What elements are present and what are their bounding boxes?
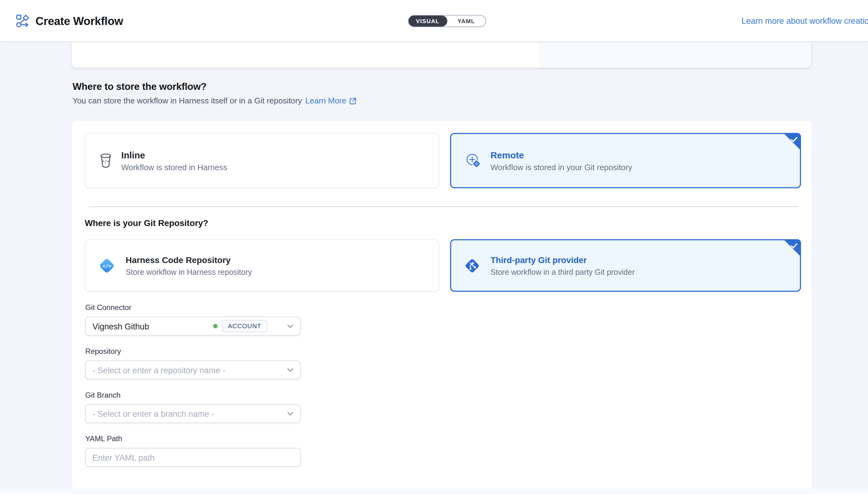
svg-text:</>: </>: [102, 159, 109, 163]
remote-card-text: Remote Workflow is stored in your Git re…: [490, 150, 632, 171]
store-section-heading: Where to store the workflow?: [73, 81, 207, 93]
remote-store-icon: [465, 152, 482, 169]
harness-code-description: Store workflow in Harness repository: [126, 267, 252, 276]
visual-yaml-toggle[interactable]: VISUAL YAML: [408, 15, 486, 27]
remote-title: Remote: [490, 150, 632, 160]
git-branch-label: Git Branch: [85, 391, 301, 399]
yaml-path-field[interactable]: [85, 448, 301, 467]
git-provider-icon: [463, 256, 482, 275]
page-title-group: Create Workflow: [16, 0, 123, 42]
git-branch-placeholder: - Select or enter a branch name -: [92, 409, 287, 418]
learn-more-workflow-link[interactable]: Learn more about workflow creation: [741, 0, 868, 42]
store-description-text: You can store the workflow in Harness it…: [73, 96, 302, 105]
create-workflow-screen: Create Workflow VISUAL YAML Learn more a…: [0, 0, 868, 494]
git-connector-input[interactable]: [92, 321, 213, 331]
store-section-description: You can store the workflow in Harness it…: [73, 96, 356, 105]
top-header-bar: Create Workflow VISUAL YAML Learn more a…: [0, 0, 868, 42]
inline-title: Inline: [121, 150, 227, 160]
repo-provider-options: </> Harness Code Repository Store workfl…: [84, 239, 801, 292]
yaml-path-label: YAML Path: [85, 435, 301, 443]
store-type-options: </> Inline Workflow is stored in Harness: [84, 133, 801, 188]
svg-text:</>: </>: [102, 263, 112, 269]
external-link-icon: [349, 97, 356, 104]
learn-more-link[interactable]: Learn More: [305, 96, 356, 105]
third-party-title: Third-party Git provider: [490, 255, 635, 265]
repo-section-heading: Where is your Git Repository?: [84, 218, 208, 228]
repo-option-third-party[interactable]: Third-party Git provider Store workflow …: [450, 239, 801, 292]
repository-placeholder: - Select or enter a repository name -: [92, 365, 287, 375]
git-connector-label: Git Connector: [85, 304, 301, 312]
git-connector-select[interactable]: ACCOUNT: [85, 317, 301, 336]
learn-more-label[interactable]: Learn More: [305, 96, 346, 105]
check-icon: [791, 242, 798, 249]
inline-store-icon: </>: [99, 153, 112, 168]
harness-code-title: Harness Code Repository: [126, 255, 252, 265]
connector-status-dot: [213, 324, 217, 328]
harness-code-repo-icon: </>: [97, 255, 117, 276]
scrolled-card-remnant: [72, 42, 811, 67]
toggle-visual[interactable]: VISUAL: [409, 16, 447, 26]
page-title: Create Workflow: [36, 14, 123, 27]
toggle-yaml[interactable]: YAML: [447, 16, 485, 26]
repo-option-harness-code[interactable]: </> Harness Code Repository Store workfl…: [84, 239, 439, 292]
workflow-icon: [16, 14, 30, 28]
connector-scope-badge: ACCOUNT: [221, 320, 267, 332]
store-option-remote[interactable]: Remote Workflow is stored in your Git re…: [450, 133, 801, 188]
store-option-inline[interactable]: </> Inline Workflow is stored in Harness: [84, 133, 439, 188]
chevron-down-icon[interactable]: [287, 412, 293, 416]
section-divider: [89, 206, 799, 207]
git-branch-select[interactable]: - Select or enter a branch name -: [85, 404, 301, 423]
repository-select[interactable]: - Select or enter a repository name -: [85, 360, 301, 379]
remote-description: Workflow is stored in your Git repositor…: [490, 163, 632, 171]
check-icon: [791, 136, 798, 143]
repository-label: Repository: [85, 347, 301, 355]
bottom-strip: [0, 489, 868, 494]
scrolled-card-remnant-right: [540, 42, 811, 67]
third-party-description: Store workflow in a third party Git prov…: [490, 267, 635, 276]
yaml-path-input[interactable]: [92, 453, 293, 462]
inline-description: Workflow is stored in Harness: [121, 163, 227, 171]
third-party-card-text: Third-party Git provider Store workflow …: [490, 255, 635, 276]
harness-code-card-text: Harness Code Repository Store workflow i…: [126, 255, 252, 276]
workflow-store-panel: </> Inline Workflow is stored in Harness: [72, 121, 811, 489]
inline-card-text: Inline Workflow is stored in Harness: [121, 150, 227, 171]
git-details-form: Git Connector ACCOUNT Repository - Selec…: [85, 304, 301, 478]
chevron-down-icon[interactable]: [287, 368, 293, 372]
chevron-down-icon[interactable]: [287, 324, 293, 328]
